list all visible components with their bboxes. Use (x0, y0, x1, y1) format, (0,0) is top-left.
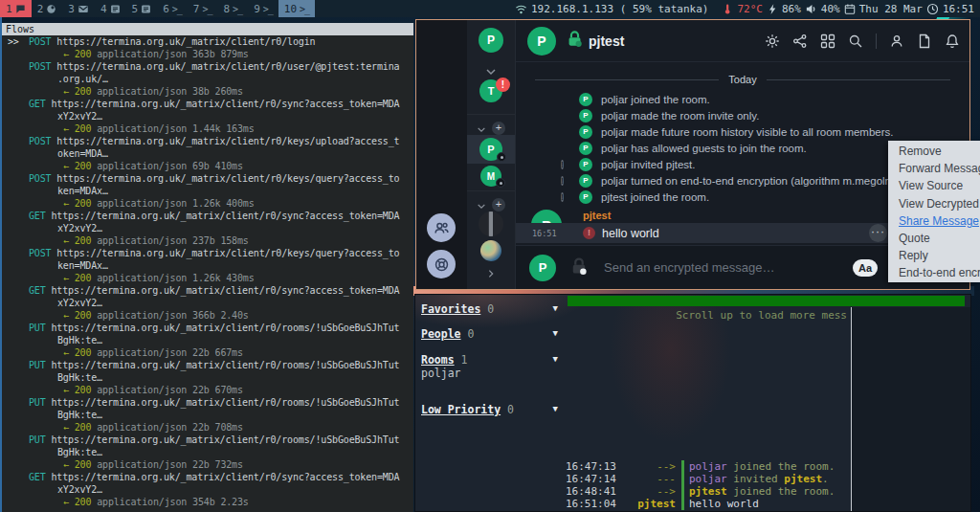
room-section-low-priority[interactable]: Low Priority 0▼ (421, 403, 560, 416)
gomuks-chat-pane: Scroll up to load more mess 16:47:13-->p… (566, 295, 970, 511)
presence-badge (497, 152, 506, 162)
menu-item-share-message[interactable]: Share Message (888, 212, 980, 230)
collapse-triangle-icon[interactable]: ▼ (553, 328, 558, 338)
room-section-rooms[interactable]: Rooms 1▼ (421, 353, 560, 367)
account-avatar[interactable]: P (479, 28, 503, 53)
terminal-icon: >_ (263, 4, 273, 14)
flow-row[interactable]: GET https://termina.org.uk/_matrix/clien… (2, 98, 413, 135)
send-error-icon: ! (583, 227, 595, 239)
workspace-7[interactable]: 7>_ (188, 0, 218, 17)
mail-icon (78, 4, 89, 14)
temperature-label: 72°C (737, 3, 763, 15)
calendar-icon (844, 3, 856, 15)
volume-label: 40% (821, 3, 840, 15)
log-line: 16:48:41-->pjtest joined the room. (566, 485, 850, 498)
flow-row[interactable]: POST https://termina.org.uk/_matrix/clie… (2, 60, 413, 98)
collapse-triangle-icon[interactable]: ▼ (553, 303, 558, 313)
add-contact-button[interactable] (427, 213, 456, 242)
flow-row[interactable]: >>POST https://termina.org.uk/_matrix/cl… (2, 35, 413, 60)
flow-row[interactable]: PUT https://termina.org.uk/_matrix/clien… (2, 322, 413, 359)
add-room-button[interactable]: + (492, 198, 505, 211)
add-room-button[interactable]: + (492, 122, 505, 135)
chevron-right-icon[interactable] (487, 265, 495, 282)
room-avatar[interactable]: P (527, 27, 556, 56)
clock-icon (926, 3, 939, 15)
flow-row[interactable]: POST https://termina.org.uk/_matrix/clie… (2, 135, 413, 172)
chevron-down-icon[interactable] (485, 62, 497, 79)
flow-row[interactable]: GET https://termina.org.uk/_matrix/clien… (2, 210, 413, 247)
room-entry-poljar[interactable]: poljar (421, 367, 461, 380)
terminal-icon: >_ (202, 4, 212, 14)
utility-strip (416, 20, 467, 289)
workspace-2[interactable]: 2 (32, 0, 63, 17)
log-message: hello world (689, 498, 759, 510)
room-avatar-image[interactable] (480, 240, 501, 261)
message-timestamp: 16:51 (532, 229, 557, 238)
workspace-number: 10 (284, 3, 297, 15)
event-warning-icon: ! (561, 160, 564, 169)
flow-row[interactable]: PUT https://termina.org.uk/_matrix/clien… (2, 396, 413, 434)
flow-row[interactable]: PUT https://termina.org.uk/_matrix/clien… (2, 359, 413, 396)
battery-icon (767, 3, 778, 15)
format-button[interactable]: Aa (853, 259, 878, 277)
workspace-4[interactable]: 4 (95, 0, 126, 17)
terminal-icon: >_ (172, 4, 182, 14)
files-icon[interactable] (917, 33, 932, 49)
share-icon[interactable] (792, 33, 808, 49)
workspace-5[interactable]: 5 (126, 0, 158, 17)
room-section-people[interactable]: People 0▼ (421, 327, 560, 341)
event-text: poljar made future room history visible … (601, 126, 894, 138)
workspace-3[interactable]: 3 (62, 0, 95, 17)
menu-item-remove[interactable]: Remove (888, 143, 980, 160)
log-sender: --> (623, 460, 676, 473)
members-icon[interactable] (889, 33, 904, 49)
room-avatar-image[interactable] (479, 211, 503, 236)
collapse-triangle-icon[interactable]: ▼ (553, 354, 558, 364)
menu-item-quote[interactable]: Quote (888, 230, 980, 247)
flow-row[interactable]: PUT https://termina.org.uk/_matrix/clien… (2, 434, 413, 471)
event-text: poljar has allowed guests to join the ro… (601, 143, 807, 154)
terminal-icon: >_ (300, 4, 309, 14)
event-avatar: P (579, 190, 592, 204)
workspace-number: 7 (193, 3, 200, 15)
flow-row[interactable]: POST https://termina.org.uk/_matrix/clie… (2, 172, 413, 210)
workspace-9[interactable]: 9>_ (248, 0, 278, 17)
system-status: 192.168.1.133 ( 59% tatanka) 72°C 86% 40… (515, 3, 980, 15)
flow-row[interactable]: POST https://termina.org.uk/_matrix/clie… (2, 247, 413, 284)
search-icon[interactable] (848, 33, 863, 49)
rooms-grid-icon[interactable] (820, 33, 835, 49)
timeline-event[interactable]: Ppoljar made the room invite only. (516, 107, 969, 123)
menu-item-reply[interactable]: Reply (888, 247, 980, 264)
settings-gear-icon[interactable] (765, 33, 780, 49)
log-line: 16:47:13-->poljar joined the room. (566, 460, 850, 473)
lifebuoy-icon (434, 256, 450, 273)
flow-row[interactable]: GET https://termina.org.uk/_matrix/clien… (2, 471, 413, 508)
volume-icon (805, 3, 817, 15)
composer-input[interactable]: Send an encrypted message… (604, 260, 775, 275)
workspace-6[interactable]: 6>_ (157, 0, 188, 17)
event-avatar: P (579, 174, 592, 188)
menu-item-end-to-end-encry[interactable]: End-to-end encry (888, 264, 980, 281)
network-label: 192.168.1.133 ( 59% tatanka) (531, 3, 708, 15)
event-avatar: P (579, 125, 592, 139)
menu-item-view-decrypted-s[interactable]: View Decrypted S (888, 195, 980, 212)
timeline-event[interactable]: Ppoljar joined the room. (516, 91, 969, 107)
timeline-event[interactable]: Ppoljar made future room history visible… (516, 123, 969, 140)
workspace-1[interactable]: 1 (0, 0, 32, 17)
chevron-down-icon[interactable] (477, 196, 486, 213)
menu-item-forward-message[interactable]: Forward Message (888, 160, 980, 177)
message-options-button[interactable]: ··· (869, 224, 887, 242)
browser-icon (46, 4, 56, 14)
workspace-8[interactable]: 8>_ (217, 0, 248, 17)
flows-header: Flows (2, 23, 413, 35)
flow-row[interactable]: GET https://termina.org.uk/_matrix/clien… (2, 284, 413, 322)
workspace-10[interactable]: 10>_ (278, 0, 315, 17)
event-text: poljar invited pjtest. (601, 159, 695, 170)
room-section-favorites[interactable]: Favorites 0▼ (421, 302, 560, 316)
help-button[interactable] (427, 250, 456, 278)
event-avatar: P (579, 93, 592, 106)
menu-item-view-source[interactable]: View Source (888, 177, 980, 194)
notifications-bell-icon[interactable] (945, 33, 960, 49)
flow-list[interactable]: >>POST https://termina.org.uk/_matrix/cl… (2, 35, 413, 508)
collapse-triangle-icon[interactable]: ▼ (553, 404, 558, 413)
